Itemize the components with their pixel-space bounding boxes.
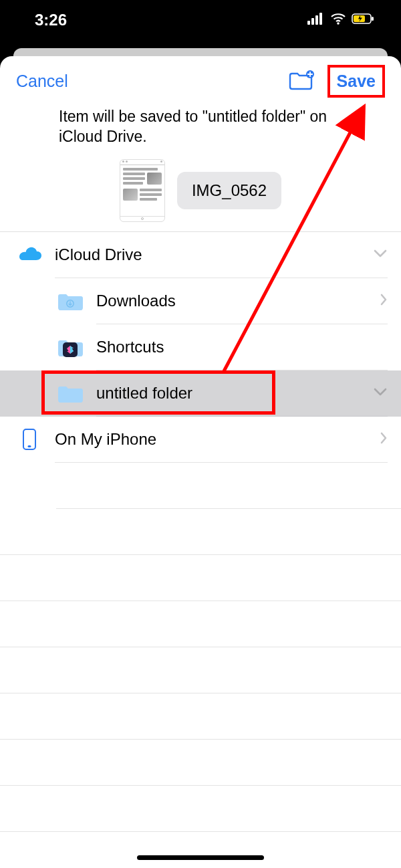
file-name-chip[interactable]: IMG_0562: [177, 172, 281, 209]
save-sheet: Cancel Save Item will be saved to "untit…: [0, 56, 401, 868]
save-button[interactable]: Save: [327, 65, 385, 98]
cancel-button[interactable]: Cancel: [16, 72, 68, 91]
status-bar: 3:26: [0, 0, 401, 40]
chevron-down-icon: [373, 387, 388, 399]
row-label: Downloads: [96, 292, 380, 310]
row-label: Shortcuts: [96, 338, 388, 356]
icloud-icon: [13, 245, 45, 264]
file-preview-row: IMG_0562: [0, 156, 401, 231]
svg-point-4: [337, 22, 340, 25]
wifi-icon: [330, 13, 346, 27]
svg-rect-6: [372, 17, 374, 21]
location-icloud-drive[interactable]: iCloud Drive: [0, 232, 401, 278]
chevron-right-icon: [380, 431, 388, 447]
folder-shortcuts[interactable]: Shortcuts: [0, 324, 401, 370]
folder-icon: [53, 336, 87, 358]
location-on-my-iphone[interactable]: On My iPhone: [0, 417, 401, 463]
shortcuts-badge-icon: [63, 342, 78, 357]
new-folder-button[interactable]: [287, 70, 314, 93]
sheet-header: Cancel Save: [0, 56, 401, 106]
svg-rect-1: [311, 18, 314, 25]
status-icons: [307, 13, 374, 27]
folder-untitled[interactable]: untitled folder: [0, 370, 401, 417]
svg-rect-2: [315, 15, 318, 25]
row-label: untitled folder: [96, 384, 373, 403]
location-list: iCloud Drive Downloads: [0, 231, 401, 832]
cellular-icon: [307, 13, 325, 27]
iphone-icon: [13, 429, 45, 450]
status-time: 3:26: [35, 11, 67, 29]
folder-icon: [53, 290, 87, 312]
file-thumbnail: [120, 159, 165, 222]
chevron-down-icon: [373, 249, 388, 261]
svg-rect-0: [307, 21, 310, 25]
folder-icon: [53, 383, 87, 404]
home-indicator: [137, 855, 264, 860]
svg-rect-3: [319, 13, 322, 25]
save-location-description: Item will be saved to "untitled folder" …: [0, 106, 401, 156]
chevron-right-icon: [380, 293, 388, 309]
row-label: On My iPhone: [55, 430, 380, 449]
empty-rows: [0, 463, 401, 832]
folder-downloads[interactable]: Downloads: [0, 278, 401, 324]
row-label: iCloud Drive: [55, 245, 373, 264]
new-folder-icon: [287, 70, 314, 93]
battery-icon: [352, 13, 374, 27]
